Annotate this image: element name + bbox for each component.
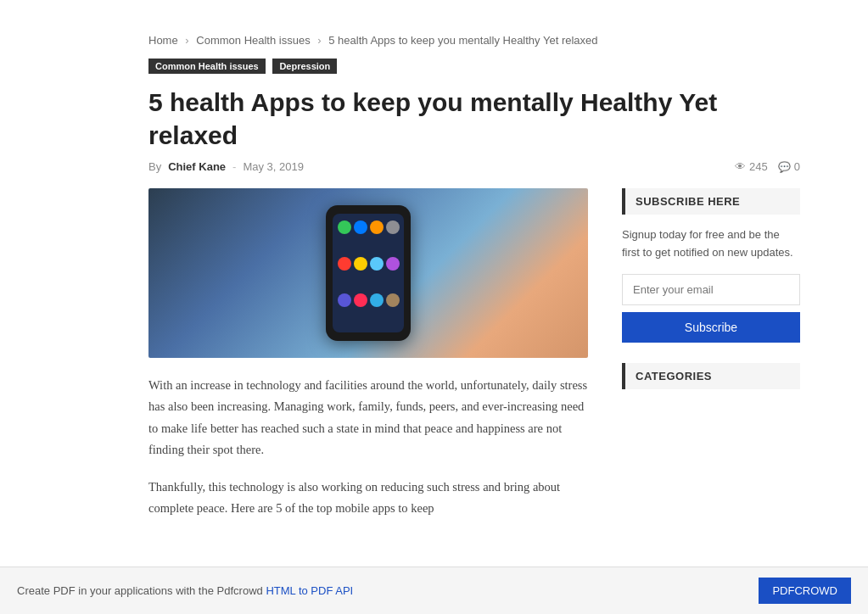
- app-icon: [370, 293, 384, 307]
- breadcrumb-home[interactable]: Home: [148, 34, 178, 47]
- email-input[interactable]: [622, 274, 800, 305]
- breadcrumb-sep-2: ›: [317, 34, 321, 47]
- app-icon: [354, 257, 367, 271]
- phone-screen: [333, 214, 404, 332]
- app-icon: [354, 293, 367, 307]
- comment-count: 0: [778, 160, 800, 173]
- breadcrumb-category[interactable]: Common Health issues: [196, 34, 310, 47]
- app-icon: [338, 257, 351, 271]
- pdf-bar: Create PDF in your applications with the…: [0, 567, 868, 568]
- app-icon: [354, 220, 367, 234]
- breadcrumb: Home › Common Health issues › 5 health A…: [148, 34, 800, 47]
- app-icon: [370, 257, 384, 271]
- comment-number: 0: [794, 160, 800, 173]
- eye-icon: [735, 160, 746, 173]
- subscribe-header: SUBSCRIBE HERE: [622, 188, 800, 215]
- tags-container: Common Health issues Depression: [148, 59, 800, 74]
- tag-depression[interactable]: Depression: [272, 59, 337, 74]
- article-paragraph-2: Thankfully, this technology is also work…: [148, 477, 588, 520]
- article-meta: By Chief Kane - May 3, 2019 245 0: [148, 160, 800, 173]
- article-date: May 3, 2019: [243, 160, 304, 173]
- article-image: [148, 188, 588, 358]
- article-body: With an increase in technology and facil…: [148, 375, 588, 519]
- meta-dash: -: [232, 160, 236, 173]
- comment-icon: [778, 160, 791, 173]
- categories-section: Categories: [622, 363, 800, 389]
- view-count: 245: [735, 160, 768, 173]
- meta-stats: 245 0: [735, 160, 800, 173]
- app-icon: [386, 257, 400, 271]
- breadcrumb-current: 5 health Apps to keep you mentally Healt…: [328, 34, 597, 47]
- view-number: 245: [749, 160, 768, 173]
- article-author[interactable]: Chief Kane: [168, 160, 226, 173]
- meta-by: By: [148, 160, 161, 173]
- phone-illustration: [326, 205, 411, 341]
- breadcrumb-sep-1: ›: [185, 34, 188, 47]
- sidebar: SUBSCRIBE HERE Signup today for free and…: [622, 188, 800, 534]
- tag-common-health[interactable]: Common Health issues: [148, 59, 266, 74]
- app-icon: [370, 220, 384, 234]
- subscribe-button[interactable]: Subscribe: [622, 312, 800, 343]
- app-icon: [386, 220, 400, 234]
- app-icon: [338, 220, 351, 234]
- app-icon: [386, 293, 400, 307]
- content-layout: With an increase in technology and facil…: [148, 188, 800, 534]
- subscribe-text: Signup today for free and be the first t…: [622, 226, 800, 262]
- main-content: With an increase in technology and facil…: [148, 188, 588, 534]
- article-title: 5 health Apps to keep you mentally Healt…: [148, 86, 800, 152]
- subscribe-section: SUBSCRIBE HERE Signup today for free and…: [622, 188, 800, 343]
- article-paragraph-1: With an increase in technology and facil…: [148, 375, 588, 461]
- categories-header: Categories: [622, 363, 800, 389]
- app-icon: [338, 293, 351, 307]
